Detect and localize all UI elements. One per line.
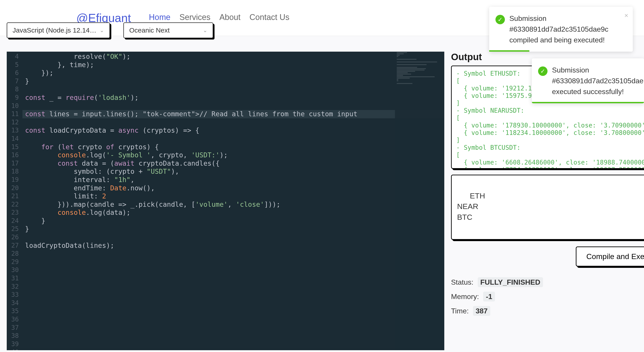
nav-contact[interactable]: Contact Us bbox=[250, 8, 290, 28]
custom-input-text: ETH NEAR BTC bbox=[457, 191, 485, 221]
close-icon[interactable]: × bbox=[624, 10, 628, 21]
code-line[interactable]: }, time); bbox=[22, 61, 444, 69]
time-value: 387 bbox=[473, 306, 490, 316]
check-icon: ✓ bbox=[496, 15, 505, 24]
code-line[interactable] bbox=[22, 258, 444, 266]
custom-input[interactable]: ETH NEAR BTC G bbox=[451, 175, 644, 240]
language-dropdown-value: JavaScript (Node.js 12.14… bbox=[12, 27, 100, 34]
code-line[interactable]: const _ = require('lodash'); bbox=[22, 94, 444, 102]
compile-execute-button[interactable]: Compile and Execute bbox=[576, 246, 644, 266]
toast-container: ✓ Submission #6330891dd7ad2c35105dae9c c… bbox=[489, 7, 633, 103]
code-line[interactable] bbox=[22, 348, 444, 350]
code-line[interactable] bbox=[22, 233, 444, 242]
code-line[interactable] bbox=[22, 102, 444, 110]
editor-gutter: 4567891011121314151617181920212223242526… bbox=[7, 52, 22, 350]
status-label: Status: bbox=[451, 278, 474, 286]
code-line[interactable] bbox=[22, 291, 444, 299]
code-line[interactable] bbox=[22, 324, 444, 332]
code-line[interactable] bbox=[22, 266, 444, 274]
code-line[interactable]: const lines = input.lines(); "tok-commen… bbox=[22, 110, 444, 118]
execution-stats: Status: FULLY_FINISHED Memory: -1 Time: … bbox=[451, 275, 644, 318]
code-line[interactable]: console.log(data); bbox=[22, 209, 444, 217]
code-line[interactable] bbox=[22, 250, 444, 258]
code-line[interactable]: }); bbox=[22, 69, 444, 77]
code-line[interactable]: const data = (await cryptoData.candles({ bbox=[22, 159, 444, 168]
code-line[interactable]: const loadCryptoData = async (cryptos) =… bbox=[22, 126, 444, 135]
code-line[interactable]: resolve("OK"); bbox=[22, 53, 444, 61]
code-line[interactable]: limit: 2 bbox=[22, 192, 444, 200]
code-editor[interactable]: 4567891011121314151617181920212223242526… bbox=[7, 52, 444, 350]
editor-code-area[interactable]: resolve("OK"); }, time); });}const _ = r… bbox=[22, 52, 444, 350]
code-line[interactable]: } bbox=[22, 225, 444, 233]
code-line[interactable] bbox=[22, 135, 444, 143]
code-line[interactable] bbox=[22, 274, 444, 283]
code-line[interactable] bbox=[22, 332, 444, 340]
code-line[interactable]: loadCryptoData(lines); bbox=[22, 242, 444, 250]
code-line[interactable]: })).map(candle => _.pick(candle, ['volum… bbox=[22, 200, 444, 209]
code-line[interactable] bbox=[22, 85, 444, 94]
toast-message: Submission #6330891dd7ad2c35105dae execu… bbox=[552, 65, 644, 97]
check-icon: ✓ bbox=[538, 67, 548, 76]
toast-notification: ✓ Submission #6330891dd7ad2c35105dae9c c… bbox=[489, 7, 633, 52]
code-line[interactable]: for (let crypto of cryptos) { bbox=[22, 143, 444, 151]
code-line[interactable]: endTime: Date.now(), bbox=[22, 184, 444, 192]
memory-label: Memory: bbox=[451, 292, 479, 301]
code-line[interactable]: symbol: (crypto + "USDT"), bbox=[22, 167, 444, 176]
theme-dropdown[interactable]: Oceanic Next ⌄ bbox=[124, 23, 213, 38]
language-dropdown[interactable]: JavaScript (Node.js 12.14… ⌄ bbox=[7, 23, 110, 38]
code-line[interactable] bbox=[22, 118, 444, 127]
code-line[interactable]: console.log('- Symbol ', crypto, 'USDT:'… bbox=[22, 151, 444, 159]
editor-minimap[interactable] bbox=[395, 52, 444, 350]
nav-about[interactable]: About bbox=[220, 8, 240, 28]
code-line[interactable] bbox=[22, 283, 444, 291]
chevron-down-icon: ⌄ bbox=[100, 27, 104, 34]
code-line[interactable]: } bbox=[22, 77, 444, 86]
code-line[interactable]: interval: "1h", bbox=[22, 176, 444, 184]
code-line[interactable] bbox=[22, 315, 444, 324]
chevron-down-icon: ⌄ bbox=[203, 27, 207, 34]
status-value: FULLY_FINISHED bbox=[478, 277, 543, 287]
code-line[interactable]: } bbox=[22, 217, 444, 225]
memory-value: -1 bbox=[483, 292, 495, 301]
code-line[interactable] bbox=[22, 299, 444, 307]
toast-progress bbox=[489, 50, 529, 52]
toast-message: Submission #6330891dd7ad2c35105dae9c com… bbox=[509, 13, 608, 45]
code-line[interactable] bbox=[22, 307, 444, 315]
toast-progress bbox=[532, 102, 644, 103]
theme-dropdown-value: Oceanic Next bbox=[129, 27, 203, 34]
toast-notification: ✓ Submission #6330891dd7ad2c35105dae exe… bbox=[532, 58, 644, 103]
time-label: Time: bbox=[451, 307, 469, 315]
code-line[interactable] bbox=[22, 340, 444, 348]
code-editor-wrap: 4567891011121314151617181920212223242526… bbox=[7, 52, 444, 350]
